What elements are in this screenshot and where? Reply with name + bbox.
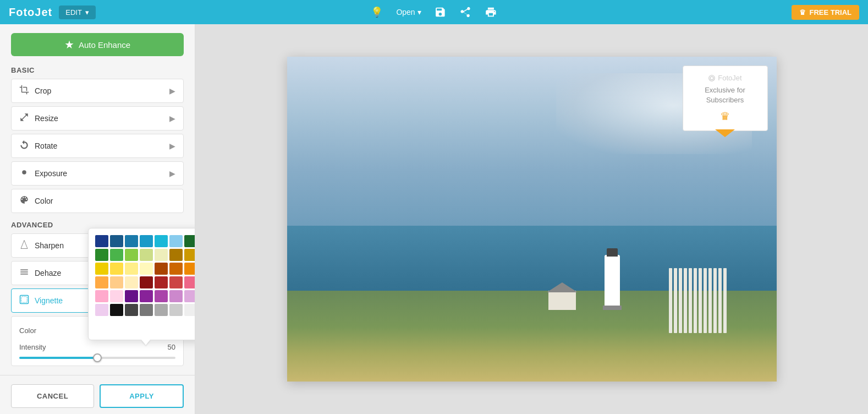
color-cell[interactable]	[125, 304, 138, 316]
exposure-icon	[19, 167, 29, 179]
color-cell[interactable]	[169, 304, 183, 316]
edit-dropdown-button[interactable]: EDIT ▾	[59, 6, 96, 19]
open-button[interactable]: Open ▾	[396, 8, 421, 17]
lightbulb-icon: 💡	[371, 6, 383, 18]
fence-post	[713, 268, 717, 333]
color-cell[interactable]	[125, 290, 138, 302]
rotate-label: Rotate	[35, 141, 57, 150]
color-cell[interactable]	[184, 235, 195, 247]
rotate-arrow-icon: ▶	[169, 141, 175, 150]
cancel-button[interactable]: CANCEL	[11, 384, 94, 408]
color-cell[interactable]	[155, 235, 168, 247]
sidebar-item-color[interactable]: Color	[11, 189, 184, 213]
color-cell[interactable]	[155, 276, 168, 288]
fence-post	[669, 268, 672, 333]
color-cell[interactable]	[95, 290, 108, 302]
watermark: FotoJet Exclusive for Subscribers ♛	[683, 66, 768, 131]
color-cell[interactable]	[125, 276, 138, 288]
color-cell[interactable]	[169, 290, 183, 302]
save-button[interactable]	[435, 6, 447, 18]
color-cell[interactable]	[95, 318, 108, 330]
free-trial-label: FREE TRIAL	[809, 8, 851, 17]
color-cell[interactable]	[169, 249, 183, 261]
basic-section-label: BASIC	[11, 66, 184, 74]
watermark-brand-name: FotoJet	[718, 74, 741, 82]
crop-arrow-icon: ▶	[169, 86, 175, 95]
color-cell[interactable]	[125, 249, 138, 261]
color-cell[interactable]	[155, 249, 168, 261]
color-cell[interactable]	[169, 263, 183, 275]
color-cell[interactable]	[110, 276, 123, 288]
auto-enhance-label: Auto Enhance	[79, 40, 130, 50]
fence-post	[723, 268, 727, 333]
topbar-right: ♛ FREE TRIAL	[792, 5, 859, 20]
color-cell[interactable]	[110, 263, 123, 275]
color-cell[interactable]	[184, 263, 195, 275]
color-cell[interactable]	[184, 276, 195, 288]
dehaze-label: Dehaze	[35, 269, 61, 277]
scene-house	[548, 291, 576, 310]
fence-post	[708, 268, 712, 333]
print-button[interactable]	[485, 6, 497, 18]
tip-button[interactable]: 💡	[371, 6, 383, 18]
color-cell[interactable]	[169, 276, 183, 288]
auto-enhance-button[interactable]: Auto Enhance	[11, 33, 184, 56]
sidebar-item-crop[interactable]: Crop ▶	[11, 79, 184, 103]
color-cell[interactable]	[95, 304, 108, 316]
watermark-exclusive-text: Exclusive for Subscribers	[693, 85, 757, 105]
color-cell[interactable]	[140, 249, 153, 261]
color-cell[interactable]	[184, 290, 195, 302]
color-cell[interactable]	[110, 304, 123, 316]
fence-post	[689, 268, 692, 333]
sharpen-icon	[19, 239, 29, 252]
free-trial-button[interactable]: ♛ FREE TRIAL	[792, 5, 859, 20]
color-cell[interactable]	[95, 276, 108, 288]
fence-post	[674, 268, 677, 333]
image-wrapper: FotoJet Exclusive for Subscribers ♛	[287, 57, 777, 382]
color-cell[interactable]	[155, 304, 168, 316]
resize-icon	[19, 112, 29, 124]
color-cell[interactable]	[155, 263, 168, 275]
color-cell[interactable]	[169, 235, 183, 247]
color-cell[interactable]	[95, 263, 108, 275]
chevron-down-icon: ▾	[417, 8, 421, 17]
vignette-icon	[19, 295, 29, 307]
topbar-center-actions: 💡 Open ▾	[371, 6, 497, 18]
color-cell[interactable]	[140, 304, 153, 316]
color-cell[interactable]	[184, 249, 195, 261]
color-cell[interactable]	[140, 235, 153, 247]
color-cell[interactable]	[140, 290, 153, 302]
color-cell[interactable]	[95, 235, 108, 247]
sidebar-item-resize[interactable]: Resize ▶	[11, 106, 184, 130]
svg-point-0	[22, 170, 26, 175]
fence-post	[679, 268, 682, 333]
share-button[interactable]	[460, 6, 472, 18]
cancel-label: CANCEL	[37, 392, 68, 400]
color-cell[interactable]	[95, 249, 108, 261]
open-label: Open	[396, 8, 415, 17]
color-picker-popup	[88, 228, 195, 340]
sidebar-item-exposure[interactable]: Exposure ▶	[11, 161, 184, 186]
color-cell[interactable]	[140, 263, 153, 275]
color-cell[interactable]	[110, 235, 123, 247]
save-icon	[435, 6, 447, 18]
color-cell[interactable]	[184, 304, 195, 316]
fence-post	[718, 268, 722, 333]
resize-arrow-icon: ▶	[169, 114, 175, 123]
chevron-down-icon: ▾	[85, 8, 89, 17]
intensity-label: Intensity	[19, 343, 46, 351]
color-cell[interactable]	[125, 235, 138, 247]
color-cell[interactable]	[140, 276, 153, 288]
color-cell[interactable]	[155, 290, 168, 302]
color-picker-arrow	[141, 340, 150, 345]
sidebar-item-rotate[interactable]: Rotate ▶	[11, 134, 184, 158]
apply-button[interactable]: APPLY	[100, 384, 184, 408]
crop-label: Crop	[35, 86, 51, 95]
resize-label: Resize	[35, 114, 58, 123]
color-cell[interactable]	[110, 290, 123, 302]
color-cell[interactable]	[125, 263, 138, 275]
intensity-slider[interactable]	[19, 357, 175, 359]
fence-post	[699, 268, 702, 333]
app-logo: FotoJet	[9, 6, 52, 19]
color-cell[interactable]	[110, 249, 123, 261]
